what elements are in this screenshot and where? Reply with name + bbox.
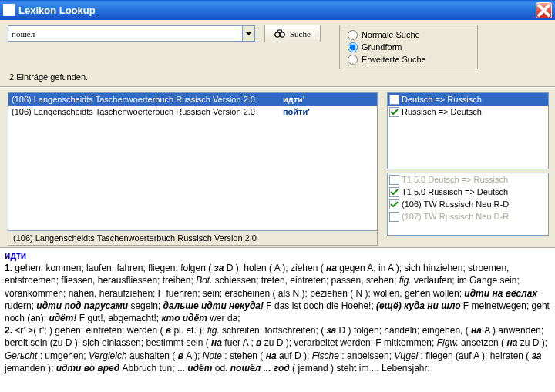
dict-label: T1 5.0 Deutsch => Russisch xyxy=(402,175,508,184)
dict-checkbox[interactable] xyxy=(389,212,399,222)
check-icon xyxy=(390,189,399,196)
check-icon xyxy=(390,201,399,208)
mode-erweitert[interactable]: Erweiterte Suche xyxy=(348,53,469,65)
dict-row[interactable]: (107) TW Russisch Neu D-R xyxy=(388,210,548,223)
dict-label: Russisch => Deutsch xyxy=(402,107,482,116)
titlebar: Lexikon Lookup xyxy=(0,0,555,20)
headword: идти xyxy=(5,250,26,261)
definition-pane[interactable]: идти 1. gehen; kommen; laufen; fahren; f… xyxy=(0,247,555,387)
mode-grundform-radio[interactable] xyxy=(348,42,358,52)
mode-erweitert-radio[interactable] xyxy=(348,55,358,65)
dict-source-list[interactable]: T1 5.0 Deutsch => Russisch T1 5.0 Russis… xyxy=(387,173,549,236)
dict-checkbox[interactable] xyxy=(389,175,399,185)
search-dropdown-button[interactable] xyxy=(243,25,255,42)
result-list[interactable]: (106) Langenscheidts Taschenwoerterbuch … xyxy=(8,92,378,231)
mode-grundform[interactable]: Grundform xyxy=(348,41,469,53)
dictionaries-pane: Deutsch => Russisch Russisch => Deutsch … xyxy=(384,88,555,247)
search-button[interactable]: Suche xyxy=(264,25,321,42)
search-mode-panel: Normale Suche Grundform Erweiterte Suche xyxy=(339,25,478,69)
dict-label: Deutsch => Russisch xyxy=(402,95,482,104)
result-row[interactable]: (106) Langenscheidts Taschenwoerterbuch … xyxy=(8,93,377,106)
dict-row[interactable]: T1 5.0 Deutsch => Russisch xyxy=(388,173,548,186)
binoculars-icon xyxy=(274,29,285,39)
dict-checkbox[interactable] xyxy=(389,95,399,105)
toolbar: Suche Normale Suche Grundform Erweiterte… xyxy=(0,20,555,87)
result-count: 2 Einträge gefunden. xyxy=(8,69,547,82)
result-row[interactable]: (106) Langenscheidts Taschenwoerterbuch … xyxy=(8,106,377,118)
dict-label: T1 5.0 Russisch => Deutsch xyxy=(402,187,508,196)
result-source: (106) Langenscheidts Taschenwoerterbuch … xyxy=(12,107,255,116)
app-icon xyxy=(3,4,15,16)
dict-label: (107) TW Russisch Neu D-R xyxy=(402,212,509,221)
dict-checkbox[interactable] xyxy=(389,199,399,209)
results-pane: (106) Langenscheidts Taschenwoerterbuch … xyxy=(0,88,384,247)
dict-label: (106) TW Russisch Neu R-D xyxy=(402,199,509,209)
main-area: (106) Langenscheidts Taschenwoerterbuch … xyxy=(0,87,555,247)
dict-row[interactable]: Deutsch => Russisch xyxy=(388,93,548,106)
search-input[interactable] xyxy=(8,25,243,42)
mode-normal-radio[interactable] xyxy=(348,30,358,40)
close-button[interactable] xyxy=(536,2,552,18)
window-title: Lexikon Lookup xyxy=(18,5,536,16)
search-button-label: Suche xyxy=(290,29,311,39)
result-source: (106) Langenscheidts Taschenwoerterbuch … xyxy=(12,95,255,104)
result-footer: (106) Langenscheidts Taschenwoerterbuch … xyxy=(8,231,378,246)
dict-row[interactable]: T1 5.0 Russisch => Deutsch xyxy=(388,186,548,198)
dict-checkbox[interactable] xyxy=(389,107,399,117)
check-icon xyxy=(390,109,399,116)
dict-row[interactable]: (106) TW Russisch Neu R-D xyxy=(388,198,548,210)
dict-row[interactable]: Russisch => Deutsch xyxy=(388,106,548,118)
chevron-down-icon xyxy=(246,32,251,35)
dict-checkbox[interactable] xyxy=(389,187,399,197)
mode-normal[interactable]: Normale Suche xyxy=(348,28,469,41)
result-word: идти' xyxy=(283,95,305,104)
dict-direction-list[interactable]: Deutsch => Russisch Russisch => Deutsch xyxy=(387,92,549,169)
search-combo xyxy=(8,25,255,42)
result-word: пойти' xyxy=(283,107,310,116)
